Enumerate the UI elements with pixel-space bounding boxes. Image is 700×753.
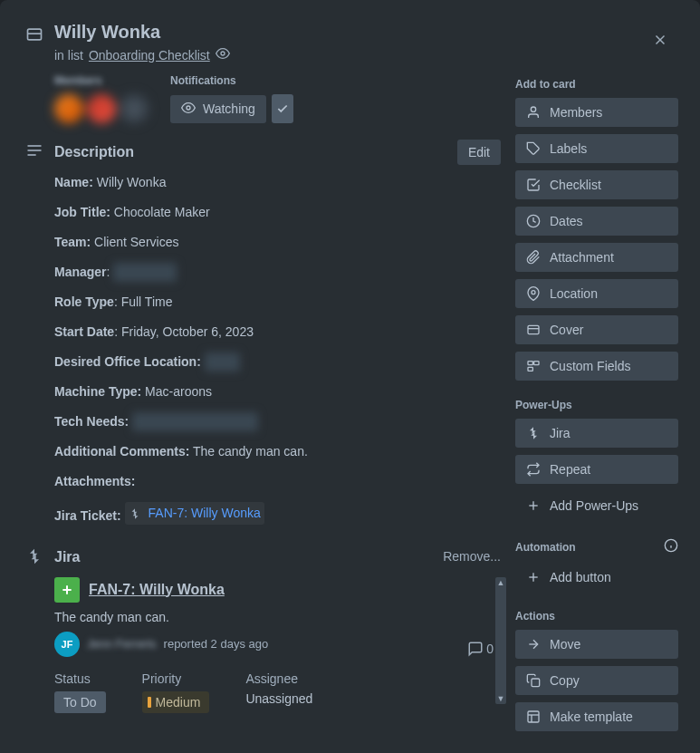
info-icon[interactable]	[664, 538, 678, 555]
labels-button[interactable]: Labels	[515, 134, 678, 163]
members-section: Members +	[54, 74, 149, 123]
card-header: Willy Wonka in list Onboarding Checklist	[14, 14, 686, 67]
copy-button[interactable]: Copy	[515, 666, 678, 695]
add-powerups-button[interactable]: Add Power-Ups	[515, 491, 678, 520]
close-button[interactable]	[646, 25, 675, 54]
svg-point-5	[187, 106, 190, 110]
jira-card: ▲ ▼ FAN-7: Willy Wonka The candy man can…	[25, 577, 501, 713]
checklist-button[interactable]: Checklist	[515, 170, 678, 199]
svg-point-2	[221, 52, 225, 55]
cover-button[interactable]: Cover	[515, 315, 678, 344]
jira-section: Jira Remove... ▲ ▼ FAN-7: Willy Wonka Th	[25, 547, 501, 713]
move-button[interactable]: Move	[515, 630, 678, 659]
svg-rect-28	[532, 679, 540, 687]
svg-rect-29	[528, 711, 539, 722]
priority-pill[interactable]: Medium	[142, 691, 210, 713]
powerup-jira-button[interactable]: Jira	[515, 419, 678, 448]
main-column: Members + Notifications Wat	[25, 74, 515, 749]
reporter-name: Jenn Ferrerls	[87, 637, 157, 651]
sidebar: Add to card Members Labels Checklist Dat…	[515, 74, 678, 749]
assignee-value[interactable]: Unassigned	[245, 691, 312, 706]
jira-icon	[129, 507, 141, 520]
jira-issue-title[interactable]: FAN-7: Willy Wonka	[89, 582, 225, 598]
jira-remove-button[interactable]: Remove...	[443, 549, 501, 564]
jira-issue-type-icon	[54, 577, 80, 603]
attachment-button[interactable]: Attachment	[515, 243, 678, 272]
dates-button[interactable]: Dates	[515, 207, 678, 236]
card-icon	[25, 25, 43, 46]
notifications-section: Notifications Watching	[170, 74, 293, 123]
svg-point-14	[532, 291, 535, 294]
jira-issue-desc: The candy man can.	[54, 610, 501, 624]
add-member-button[interactable]: +	[120, 94, 149, 123]
status-pill[interactable]: To Do	[54, 691, 106, 713]
list-link[interactable]: Onboarding Checklist	[89, 48, 210, 63]
card-subtitle: in list Onboarding Checklist	[54, 46, 230, 63]
jira-ticket-link[interactable]: FAN-7: Willy Wonka	[125, 502, 264, 525]
svg-rect-19	[528, 367, 532, 371]
add-automation-button[interactable]: Add button	[515, 563, 678, 592]
members-button[interactable]: Members	[515, 98, 678, 127]
watching-check[interactable]	[272, 94, 293, 123]
jira-icon	[25, 547, 43, 568]
edit-button[interactable]: Edit	[457, 140, 501, 165]
location-button[interactable]: Location	[515, 279, 678, 308]
member-avatar[interactable]	[87, 94, 116, 123]
eye-icon	[216, 46, 230, 63]
watching-button[interactable]: Watching	[170, 95, 266, 123]
description-content[interactable]: Name: Willy Wonka Job Title: Chocolate M…	[25, 173, 501, 526]
card-dialog: Willy Wonka in list Onboarding Checklist…	[0, 0, 700, 753]
svg-rect-17	[528, 362, 532, 365]
svg-rect-15	[528, 325, 539, 333]
description-header: Description Edit	[25, 141, 501, 162]
priority-icon	[148, 697, 151, 708]
card-title[interactable]: Willy Wonka	[54, 22, 230, 43]
description-icon	[25, 141, 43, 162]
scrollbar[interactable]: ▲ ▼	[495, 577, 506, 704]
powerup-repeat-button[interactable]: Repeat	[515, 455, 678, 484]
svg-point-11	[531, 107, 535, 111]
custom-fields-button[interactable]: Custom Fields	[515, 352, 678, 381]
svg-rect-18	[534, 362, 539, 365]
comment-count[interactable]: 0	[467, 641, 494, 657]
make-template-button[interactable]: Make template	[515, 702, 678, 731]
reporter-avatar[interactable]: JF	[54, 632, 80, 657]
member-avatar[interactable]	[54, 94, 83, 123]
eye-icon	[181, 101, 196, 118]
